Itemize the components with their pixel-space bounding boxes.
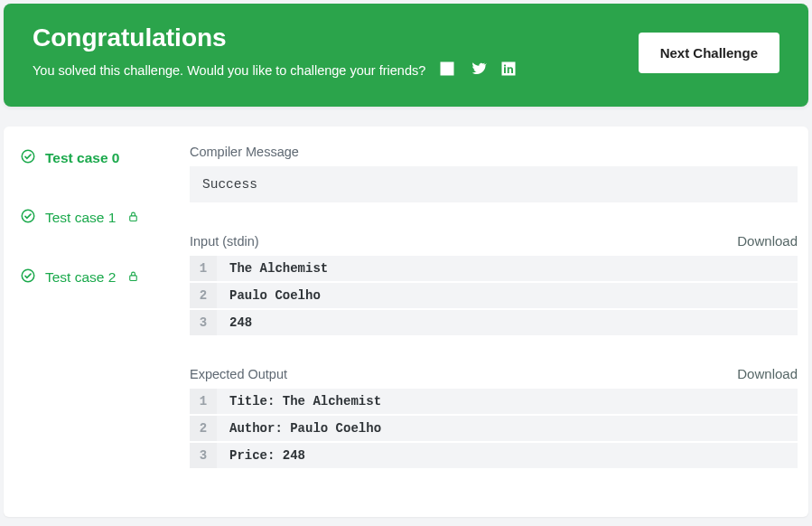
lock-icon <box>125 269 140 286</box>
line-number: 3 <box>190 443 217 468</box>
line-number: 3 <box>190 310 217 335</box>
testcase-label: Test case 0 <box>45 150 119 166</box>
results-content[interactable]: Compiler Message Success Input (stdin) D… <box>184 127 808 517</box>
banner-subtitle: You solved this challenge. Would you lik… <box>33 63 425 78</box>
input-label: Input (stdin) <box>190 234 259 249</box>
compiler-label: Compiler Message <box>190 145 299 159</box>
line-content: Title: The Alchemist <box>217 389 394 414</box>
next-challenge-button[interactable]: Next Challenge <box>639 33 779 73</box>
download-expected-link[interactable]: Download <box>737 366 798 381</box>
expected-block: 1Title: The Alchemist2Author: Paulo Coel… <box>190 389 798 468</box>
download-input-link[interactable]: Download <box>737 233 798 249</box>
code-line: 2Author: Paulo Coelho <box>190 416 798 443</box>
line-number: 1 <box>190 256 217 281</box>
facebook-icon[interactable] <box>438 60 456 81</box>
testcase-item-0[interactable]: Test case 0 <box>20 145 177 172</box>
line-content: Paulo Coelho <box>217 283 333 308</box>
line-content: Price: 248 <box>217 443 318 468</box>
twitter-icon[interactable] <box>469 60 487 81</box>
results-panel: Test case 0Test case 1Test case 2 Compil… <box>4 127 808 517</box>
check-icon <box>20 148 36 168</box>
line-content: Author: Paulo Coelho <box>217 416 394 441</box>
svg-rect-4 <box>130 275 137 280</box>
lock-icon <box>125 210 140 227</box>
line-number: 2 <box>190 283 217 308</box>
linkedin-icon[interactable] <box>499 60 518 81</box>
line-content: 248 <box>217 310 265 335</box>
expected-label: Expected Output <box>190 367 287 381</box>
testcase-item-2[interactable]: Test case 2 <box>20 264 177 291</box>
code-line: 1The Alchemist <box>190 256 798 283</box>
code-line: 2Paulo Coelho <box>190 283 798 310</box>
testcase-label: Test case 1 <box>45 210 116 226</box>
testcase-label: Test case 2 <box>45 269 116 286</box>
congrats-banner: Congratulations You solved this challeng… <box>4 4 808 107</box>
line-number: 1 <box>190 389 217 414</box>
code-line: 3248 <box>190 310 798 335</box>
testcase-sidebar: Test case 0Test case 1Test case 2 <box>4 127 184 517</box>
svg-rect-2 <box>130 215 137 221</box>
testcase-item-1[interactable]: Test case 1 <box>20 204 177 231</box>
check-icon <box>20 268 36 287</box>
code-line: 1Title: The Alchemist <box>190 389 798 416</box>
banner-title: Congratulations <box>33 23 639 52</box>
input-block: 1The Alchemist2Paulo Coelho3248 <box>190 256 798 335</box>
compiler-message: Success <box>190 166 798 202</box>
check-icon <box>20 208 36 228</box>
line-number: 2 <box>190 416 217 441</box>
code-line: 3Price: 248 <box>190 443 798 468</box>
line-content: The Alchemist <box>217 256 341 281</box>
